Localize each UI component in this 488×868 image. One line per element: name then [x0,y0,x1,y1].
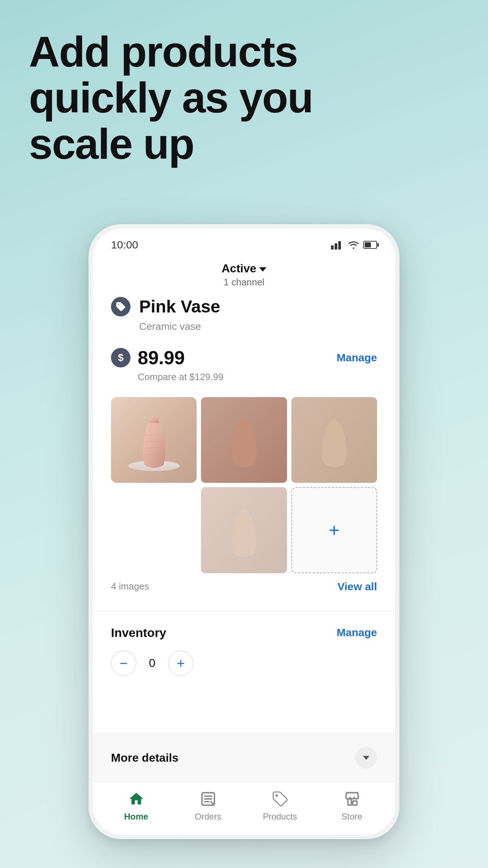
product-description: Ceramic vase [139,321,377,332]
product-main: Pink Vase Ceramic vase $ 89.99 Manage [93,297,395,733]
nav-products[interactable]: Products [255,789,305,822]
status-icons [331,240,377,250]
dollar-sign: $ [118,352,124,363]
thumb-vase-3 [218,500,270,560]
main-image-inner [111,397,197,483]
plus-icon: + [329,521,339,540]
product-thumbnail-2 [291,397,377,483]
bottom-nav: Home Orders [93,782,395,835]
app-content: Pink Vase Ceramic vase $ 89.99 Manage [93,297,395,835]
phone-inner: 10:00 [93,229,395,835]
decrement-button[interactable]: − [111,651,136,676]
divider-1 [93,611,395,611]
price-left: $ 89.99 [111,347,185,369]
store-svg [344,791,360,807]
product-status[interactable]: Active [222,262,266,275]
view-all-button[interactable]: View all [337,580,377,593]
signal-icon [331,240,344,250]
dollar-icon: $ [111,348,130,367]
price-value: 89.99 [138,347,185,369]
store-icon [342,789,362,809]
product-header: Active 1 channel [93,255,395,297]
nav-home[interactable]: Home [111,789,162,822]
chevron-down-sm-icon [363,756,369,760]
svg-rect-6 [352,801,357,805]
battery-icon [363,241,377,249]
status-label: Active [222,262,256,275]
inventory-label: Inventory [111,626,166,640]
manage-price-button[interactable]: Manage [337,352,377,364]
inventory-value: 0 [145,656,159,670]
products-svg [272,791,288,807]
product-thumbnail-1 [201,397,287,483]
more-details-label: More details [111,751,179,765]
svg-rect-5 [348,799,351,805]
products-icon [270,789,290,809]
chevron-down-icon [259,267,266,272]
main-product-image [111,397,197,483]
tag-icon [111,297,130,316]
svg-rect-1 [335,243,337,250]
home-icon [127,789,146,809]
inventory-row: Inventory Manage [111,626,377,640]
more-details-section: More details [93,733,395,782]
product-title-row: Pink Vase [111,297,377,316]
tag-svg [115,301,126,312]
nav-store[interactable]: Store [327,789,377,822]
images-footer: 4 images View all [111,580,377,593]
svg-rect-0 [331,245,334,250]
images-count: 4 images [111,581,149,592]
hero-title: Add products quickly as you scale up [29,29,459,167]
store-label: Store [342,812,362,822]
status-bar: 10:00 [93,229,395,255]
increment-button[interactable]: + [168,651,193,676]
images-grid: + [111,397,377,573]
phone-mockup: 10:00 [89,224,399,839]
more-details-row: More details [111,747,377,769]
products-label: Products [263,812,297,822]
product-name: Pink Vase [139,297,220,316]
home-svg [128,791,145,807]
price-row: $ 89.99 Manage [111,347,377,369]
compare-at-price: Compare at $129.99 [138,371,377,383]
hero-section: Add products quickly as you scale up [29,29,459,167]
manage-inventory-button[interactable]: Manage [337,626,377,639]
channel-count: 1 channel [224,277,265,288]
add-image-button[interactable]: + [291,487,377,573]
thumb-vase-2 [308,410,360,470]
wifi-icon [347,240,360,250]
svg-rect-2 [338,241,341,250]
status-time: 10:00 [111,239,138,251]
inventory-controls: − 0 + [111,651,377,676]
more-details-toggle[interactable] [355,747,377,769]
thumb-vase-1 [218,410,270,470]
orders-icon [198,789,218,809]
phone-outer: 10:00 [89,224,399,839]
nav-orders[interactable]: Orders [183,789,234,822]
orders-label: Orders [195,812,221,822]
vase-svg [122,406,186,475]
product-thumbnail-3 [201,487,287,573]
home-label: Home [124,812,148,822]
orders-svg [200,791,217,807]
